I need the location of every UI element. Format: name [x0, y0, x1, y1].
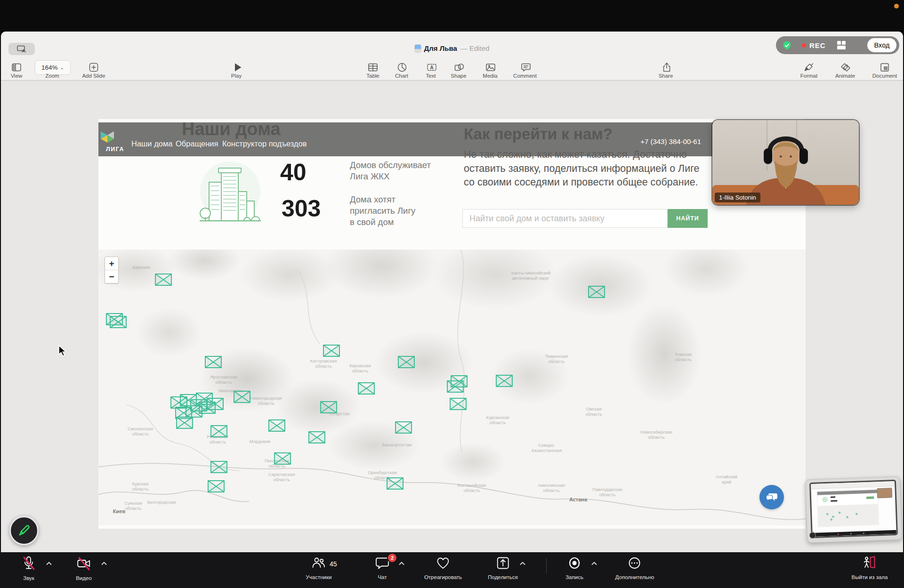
nav-appeals[interactable]: Обращения	[176, 139, 218, 148]
view-label: View	[11, 73, 23, 79]
stat-homes-served-value: 40	[280, 159, 307, 186]
login-button[interactable]: Вход	[867, 38, 896, 52]
map-marker[interactable]	[234, 391, 250, 405]
thumbnail-stat	[831, 496, 835, 498]
mouse-cursor	[57, 345, 67, 356]
map-marker[interactable]	[268, 419, 285, 434]
map-marker[interactable]	[308, 431, 325, 445]
map-marker[interactable]	[395, 421, 412, 435]
format-button[interactable]	[803, 61, 815, 74]
chart-button[interactable]	[396, 61, 408, 74]
apps-grid-icon[interactable]	[837, 41, 846, 49]
table-label: Table	[366, 73, 379, 79]
map[interactable]: + − КарелияХанты-Мансийский автономный о…	[98, 250, 806, 525]
control-video[interactable]: Видео	[76, 556, 92, 581]
map-marker[interactable]	[210, 461, 227, 475]
map-marker[interactable]	[320, 401, 337, 415]
paintbrush-icon	[804, 62, 814, 72]
map-place-label: Тюменская область	[545, 354, 568, 364]
site-phone-number: +7 (343) 384-00-61	[640, 137, 701, 145]
map-zoom-in-button[interactable]: +	[105, 257, 118, 270]
stat-homes-served-label: Домов обслуживает Лига ЖКХ	[350, 160, 431, 182]
control-sound[interactable]: Звук	[22, 556, 36, 581]
map-marker[interactable]	[205, 356, 222, 370]
play-button[interactable]	[232, 61, 244, 74]
control-more[interactable]: Дополнительно	[615, 556, 654, 580]
pencil-icon	[17, 524, 31, 538]
thumbnail-illustration	[822, 497, 828, 502]
map-marker[interactable]	[155, 274, 172, 288]
annotate-button[interactable]	[9, 516, 39, 545]
map-marker[interactable]	[208, 480, 225, 494]
map-marker[interactable]	[387, 477, 404, 491]
control-record[interactable]: Запись	[565, 556, 583, 580]
map-place-label: Томская область	[675, 352, 692, 362]
share-options-chevron[interactable]	[520, 561, 526, 565]
control-participants[interactable]: Участники	[306, 556, 332, 580]
document-button[interactable]	[879, 61, 891, 74]
animate-button[interactable]	[839, 61, 852, 74]
map-marker[interactable]	[274, 452, 291, 467]
nav-entrance-constructor[interactable]: Конструктор подъездов	[222, 139, 307, 148]
participants-count: 45	[330, 560, 337, 568]
stat-homes-waiting-value: 303	[282, 195, 321, 222]
shapes-icon	[454, 62, 464, 72]
zoom-value: 164%	[41, 64, 58, 71]
sound-label: Звук	[22, 575, 36, 581]
thumbnail-map	[818, 504, 879, 526]
map-marker[interactable]	[210, 425, 227, 439]
rec-dot	[802, 43, 806, 48]
comment-icon	[521, 62, 531, 72]
text-button[interactable]: A	[426, 61, 438, 74]
nav-our-homes[interactable]: Наши дома	[131, 139, 172, 148]
control-react[interactable]: Отреагировать	[424, 556, 462, 580]
recording-overlay: REC Вход	[776, 36, 899, 54]
map-marker[interactable]	[207, 398, 224, 412]
thumbnail-screen	[809, 480, 898, 538]
comment-button[interactable]	[520, 61, 532, 74]
record-label: Запись	[565, 574, 583, 580]
chat-widget-button[interactable]	[759, 485, 784, 509]
chat-options-chevron[interactable]	[399, 561, 405, 565]
sound-options-chevron[interactable]	[46, 561, 52, 565]
add-slide-button[interactable]	[88, 61, 100, 74]
map-place-label: Костанайская область	[458, 483, 486, 493]
map-marker[interactable]	[323, 345, 340, 359]
map-marker[interactable]	[450, 398, 467, 412]
map-marker[interactable]	[358, 382, 375, 396]
control-share[interactable]: Поделиться	[488, 556, 518, 580]
find-button[interactable]: НАЙТИ	[668, 209, 708, 228]
map-place-label: Мордовия	[250, 439, 271, 444]
table-button[interactable]	[367, 61, 379, 74]
keynote-toolbar: Для Льва — Edited 164% ⌄	[1, 32, 903, 81]
share-button[interactable]	[661, 61, 673, 74]
map-marker[interactable]	[110, 316, 127, 330]
text-box-icon: A	[427, 62, 437, 72]
thumbnail-bottom-bar	[813, 530, 896, 537]
shape-button[interactable]	[453, 61, 465, 74]
camera-muted-icon	[76, 556, 91, 571]
thumbnail-navbar	[817, 490, 878, 495]
leave-label: Выйти из зала	[852, 574, 888, 580]
video-options-chevron[interactable]	[101, 561, 107, 565]
intro-line: со своими соседями и провести общее собр…	[464, 176, 700, 190]
record-options-chevron[interactable]	[591, 561, 597, 565]
screen-share-thumbnail[interactable]	[805, 476, 903, 543]
map-zoom-out-button[interactable]: −	[105, 270, 118, 283]
map-marker[interactable]	[176, 417, 193, 431]
view-button[interactable]	[10, 61, 23, 74]
map-marker[interactable]	[588, 286, 605, 300]
share-icon	[662, 62, 672, 72]
media-button[interactable]	[484, 61, 497, 74]
map-marker[interactable]	[496, 375, 513, 389]
play-icon	[233, 62, 242, 72]
map-place-label: Смоленская область	[128, 426, 153, 436]
map-marker[interactable]	[398, 356, 415, 370]
map-place-label: Ханты-Мансийский автономный округ	[511, 270, 551, 281]
control-leave[interactable]: Выйти из зала	[852, 556, 888, 580]
map-marker[interactable]	[451, 375, 468, 389]
find-home-input[interactable]	[462, 209, 668, 228]
map-place-label: Костромская область	[310, 358, 337, 369]
map-place-label: Киев	[113, 509, 125, 514]
participant-video-tile[interactable]: 1-Iliia Sotonin	[712, 120, 859, 205]
